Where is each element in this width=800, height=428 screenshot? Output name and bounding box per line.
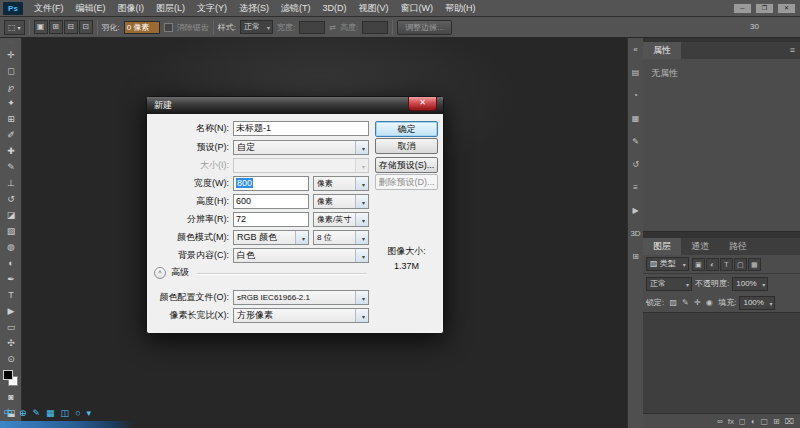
lock-all-icon[interactable]: ◉ xyxy=(703,297,715,309)
cancel-button[interactable]: 取消 xyxy=(375,138,438,154)
rectangular-marquee-tool[interactable]: ◻ xyxy=(0,63,22,79)
adjustment-layer-icon[interactable]: ◐ xyxy=(751,414,756,428)
type-tool[interactable]: T xyxy=(0,287,22,303)
quick-mask-tool[interactable]: ◙ xyxy=(0,389,22,405)
bit-depth-select[interactable]: 8 位 xyxy=(313,230,369,245)
toolbar-grip[interactable]: ∷ xyxy=(0,38,21,47)
refine-edge-button[interactable]: 调整边缘... xyxy=(397,20,452,35)
width-option-input[interactable] xyxy=(299,21,325,34)
close-dialog-button[interactable]: ✕ xyxy=(408,97,437,111)
tab-properties[interactable]: 属性 xyxy=(643,42,681,59)
filter-pixel-layers-icon[interactable]: ▣ xyxy=(692,258,705,271)
lasso-tool[interactable]: ℘ xyxy=(0,79,22,95)
menu-item[interactable]: 3D(D) xyxy=(317,0,353,17)
ime-language-icon[interactable]: 中 xyxy=(4,408,13,419)
menu-item[interactable]: 文字(Y) xyxy=(191,0,233,17)
ime-keyboard-icon[interactable]: ◫ xyxy=(61,408,70,419)
foreground-color-swatch[interactable] xyxy=(3,370,13,380)
filter-shape-layers-icon[interactable]: ▢ xyxy=(734,258,747,271)
menu-item[interactable]: 图层(L) xyxy=(150,0,191,17)
menu-item[interactable]: 视图(V) xyxy=(353,0,395,17)
styles-panel-icon[interactable]: ▦ xyxy=(629,112,643,126)
menu-item[interactable]: 文件(F) xyxy=(28,0,70,17)
height-option-input[interactable] xyxy=(362,21,388,34)
resolution-input[interactable]: 72 xyxy=(233,212,309,227)
height-input[interactable]: 600 xyxy=(233,194,309,209)
eyedropper-tool[interactable]: ✐ xyxy=(0,127,22,143)
dialog-title-bar[interactable]: 新建 xyxy=(147,97,443,114)
pen-tool[interactable]: ✒ xyxy=(0,271,22,287)
quick-selection-tool[interactable]: ✦ xyxy=(0,95,22,111)
taskbar-strip[interactable] xyxy=(0,421,134,428)
ok-button[interactable]: 确定 xyxy=(375,121,438,137)
menu-item[interactable]: 滤镜(T) xyxy=(275,0,317,17)
intersect-selection-icon[interactable]: ⊡ xyxy=(79,20,93,34)
color-panel-icon[interactable]: ▤ xyxy=(629,66,643,80)
link-layers-icon[interactable]: ∞ xyxy=(717,414,723,428)
path-selection-tool[interactable]: ▶ xyxy=(0,303,22,319)
ime-board-icon[interactable]: ▦ xyxy=(46,408,55,419)
ime-pen-icon[interactable]: ✎ xyxy=(33,408,41,419)
healing-brush-tool[interactable]: ✚ xyxy=(0,143,22,159)
background-select[interactable]: 白色 xyxy=(233,248,369,263)
menu-item[interactable]: 窗口(W) xyxy=(395,0,440,17)
lock-transparency-icon[interactable]: ▨ xyxy=(667,297,679,309)
resolution-unit-select[interactable]: 像素/英寸 xyxy=(313,212,369,227)
antialias-checkbox[interactable] xyxy=(164,23,173,32)
swap-dimensions-icon[interactable]: ⇄ xyxy=(329,23,336,32)
lock-pixels-icon[interactable]: ✎ xyxy=(679,297,691,309)
ime-search-icon[interactable]: ○ xyxy=(75,408,80,419)
width-input[interactable]: 800 xyxy=(233,176,309,191)
move-tool[interactable]: ✛ xyxy=(0,47,22,63)
crop-tool[interactable]: ⊞ xyxy=(0,111,22,127)
clone-stamp-tool[interactable]: ⊥ xyxy=(0,175,22,191)
filter-type-layers-icon[interactable]: T xyxy=(720,258,733,271)
new-selection-icon[interactable]: ▣ xyxy=(34,20,48,34)
pixel-aspect-select[interactable]: 方形像素 xyxy=(233,308,369,323)
tool-preset-picker[interactable]: ⬚ ▾ xyxy=(4,20,25,35)
opacity-select[interactable]: 100% xyxy=(732,277,768,291)
height-unit-select[interactable]: 像素 xyxy=(313,194,369,209)
tab-paths[interactable]: 路径 xyxy=(719,238,757,255)
adjustments-panel-icon[interactable]: ◔ xyxy=(629,89,643,103)
fill-select[interactable]: 100% xyxy=(739,296,775,310)
lock-position-icon[interactable]: ✛ xyxy=(691,297,703,309)
filter-adjustment-layers-icon[interactable]: ◐ xyxy=(706,258,719,271)
brush-tool[interactable]: ✎ xyxy=(0,159,22,175)
ime-menu-icon[interactable]: ▾ xyxy=(87,408,92,419)
actions-panel-icon[interactable]: ▶ xyxy=(629,204,643,218)
blur-tool[interactable]: ◍ xyxy=(0,239,22,255)
brush-panel-icon[interactable]: ✎ xyxy=(629,135,643,149)
save-preset-button[interactable]: 存储预设(S)... xyxy=(375,157,438,173)
rectangle-tool[interactable]: ▭ xyxy=(0,319,22,335)
info-panel-icon[interactable]: ≡ xyxy=(629,181,643,195)
layer-list[interactable] xyxy=(643,312,800,413)
new-layer-icon[interactable]: ⊞ xyxy=(773,414,780,428)
timeline-panel-icon[interactable]: ⊞ xyxy=(629,250,643,264)
subtract-from-selection-icon[interactable]: ⊟ xyxy=(64,20,78,34)
width-unit-select[interactable]: 像素 xyxy=(313,176,369,191)
zoom-tool[interactable]: ⊙ xyxy=(0,351,22,367)
style-select[interactable]: 正常 xyxy=(240,20,273,34)
history-panel-icon[interactable]: ↺ xyxy=(629,158,643,172)
add-to-selection-icon[interactable]: ⊞ xyxy=(49,20,63,34)
feather-input[interactable]: 0 像素 xyxy=(124,21,160,34)
eraser-tool[interactable]: ◪ xyxy=(0,207,22,223)
collapse-panels-icon[interactable]: « xyxy=(629,43,643,57)
3d-panel-icon[interactable]: 3D xyxy=(629,227,643,241)
menu-item[interactable]: 帮助(H) xyxy=(439,0,482,17)
layer-group-icon[interactable]: ▢ xyxy=(761,414,769,428)
gradient-tool[interactable]: ▨ xyxy=(0,223,22,239)
restore-button[interactable]: ❐ xyxy=(755,3,774,14)
color-profile-select[interactable]: sRGB IEC61966-2.1 xyxy=(233,290,369,305)
tab-layers[interactable]: 图层 xyxy=(643,238,681,255)
layer-effects-icon[interactable]: fx xyxy=(728,414,734,428)
layer-mask-icon[interactable]: ◻ xyxy=(739,414,746,428)
name-input[interactable]: 未标题-1 xyxy=(233,121,369,136)
blend-mode-select[interactable]: 正常 xyxy=(646,277,692,291)
ime-mode-icon[interactable]: ⊕ xyxy=(19,408,27,419)
filter-smart-objects-icon[interactable]: ▦ xyxy=(748,258,761,271)
menu-item[interactable]: 图像(I) xyxy=(112,0,151,17)
tab-channels[interactable]: 通道 xyxy=(681,238,719,255)
panel-menu-icon[interactable]: ≡ xyxy=(785,42,800,59)
